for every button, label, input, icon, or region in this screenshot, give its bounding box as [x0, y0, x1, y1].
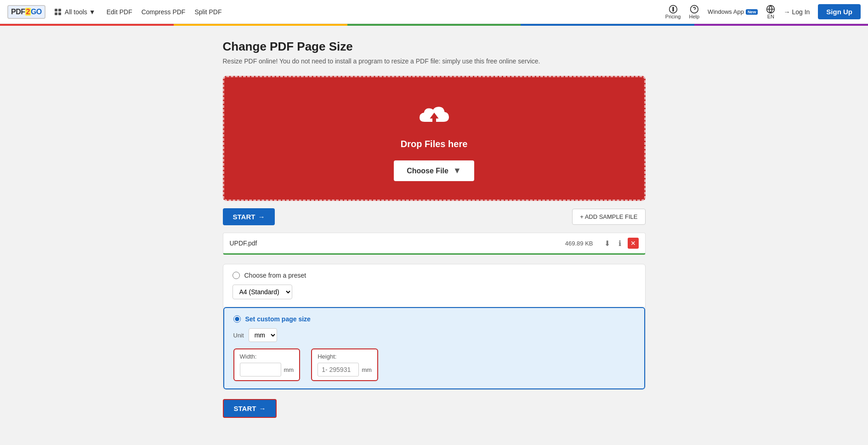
compress-pdf-link[interactable]: Compress PDF — [142, 8, 186, 16]
start-label-bottom: START — [234, 405, 256, 412]
file-row: UPDF.pdf 469.89 KB ⬇ ℹ ✕ — [223, 233, 646, 255]
pricing-link[interactable]: Pricing — [665, 5, 681, 19]
start-button-bottom[interactable]: START → — [223, 399, 277, 418]
action-row: START → + ADD SAMPLE FILE — [223, 208, 646, 225]
height-input[interactable] — [318, 363, 359, 377]
navbar: PDF2GO All tools ▼ Edit PDF Compress PDF… — [0, 0, 868, 24]
options-panel: Choose from a preset A4 (Standard) A3 A5… — [223, 264, 646, 390]
add-sample-button[interactable]: + ADD SAMPLE FILE — [572, 209, 645, 225]
edit-pdf-link[interactable]: Edit PDF — [107, 8, 132, 16]
pricing-label: Pricing — [665, 14, 681, 19]
height-label: Height: — [318, 353, 372, 360]
language-selector[interactable]: EN — [766, 5, 775, 19]
windows-app-button[interactable]: Windows App New — [708, 8, 758, 15]
drop-files-text: Drop Files here — [401, 139, 468, 149]
all-tools-menu[interactable]: All tools ▼ — [55, 8, 96, 16]
width-input[interactable] — [240, 363, 281, 377]
upload-cloud-icon — [416, 100, 453, 132]
pricing-icon — [669, 5, 678, 14]
preset-select[interactable]: A4 (Standard) A3 A5 Letter Legal Tabloid — [233, 285, 292, 299]
upload-dropzone[interactable]: Drop Files here Choose File ▼ — [223, 76, 646, 201]
help-link[interactable]: Help — [689, 5, 699, 19]
choose-file-dropdown-arrow: ▼ — [453, 166, 461, 176]
grid-icon — [55, 9, 61, 15]
custom-label[interactable]: Set custom page size — [245, 315, 311, 323]
globe-icon — [766, 5, 775, 14]
file-name: UPDF.pdf — [230, 240, 561, 247]
preset-option-row: Choose from a preset A4 (Standard) A3 A5… — [223, 264, 645, 307]
page-title: Change PDF Page Size — [223, 40, 646, 54]
split-pdf-link[interactable]: Split PDF — [194, 8, 221, 16]
file-delete-button[interactable]: ✕ — [628, 238, 639, 249]
lang-label: EN — [767, 14, 774, 19]
preset-label[interactable]: Choose from a preset — [244, 272, 306, 279]
login-arrow-icon: → — [783, 8, 790, 16]
dimensions-row: Width: mm Height: mm — [233, 348, 635, 381]
logo-2: 2 — [25, 8, 31, 16]
unit-label: Unit — [233, 332, 244, 339]
login-button[interactable]: → Log In — [783, 8, 810, 16]
width-input-row: mm — [240, 363, 294, 377]
signup-button[interactable]: Sign Up — [818, 4, 861, 19]
file-size: 469.89 KB — [565, 240, 593, 247]
height-input-row: mm — [318, 363, 372, 377]
preset-radio[interactable] — [233, 272, 240, 279]
height-group: Height: mm — [311, 348, 378, 381]
info-icon[interactable]: ℹ — [618, 239, 621, 248]
start-arrow-icon-bottom: → — [259, 405, 266, 412]
width-label: Width: — [240, 353, 294, 360]
custom-radio[interactable] — [233, 315, 241, 323]
download-icon[interactable]: ⬇ — [604, 239, 610, 248]
choose-file-label: Choose File — [407, 167, 448, 175]
chevron-down-icon: ▼ — [89, 8, 96, 16]
width-group: Width: mm — [233, 348, 301, 381]
unit-select[interactable]: mm cm in pt px — [249, 328, 277, 342]
choose-file-button[interactable]: Choose File ▼ — [394, 160, 474, 181]
start-arrow-icon-top: → — [258, 213, 265, 221]
start-label-top: START — [233, 213, 255, 221]
login-label: Log In — [792, 8, 810, 16]
custom-size-row: Set custom page size Unit mm cm in pt px… — [223, 307, 645, 389]
windows-app-label: Windows App — [708, 8, 744, 15]
main-content: Change PDF Page Size Resize PDF online! … — [214, 26, 655, 445]
custom-size-header: Set custom page size — [233, 315, 635, 323]
help-icon — [690, 5, 699, 14]
height-unit: mm — [362, 366, 372, 373]
all-tools-label: All tools — [65, 8, 87, 16]
preset-option-header: Choose from a preset — [233, 272, 636, 279]
logo[interactable]: PDF2GO — [7, 5, 45, 19]
logo-pdf: PDF — [11, 8, 25, 16]
page-subtitle: Resize PDF online! You do not need to in… — [223, 57, 646, 65]
logo-go: GO — [31, 8, 42, 16]
new-badge: New — [746, 9, 758, 15]
help-label: Help — [689, 14, 699, 19]
unit-row: Unit mm cm in pt px — [233, 328, 635, 342]
nav-right: Pricing Help Windows App New EN → Log In… — [665, 4, 861, 19]
start-button-top[interactable]: START → — [223, 208, 275, 225]
width-unit: mm — [284, 366, 294, 373]
